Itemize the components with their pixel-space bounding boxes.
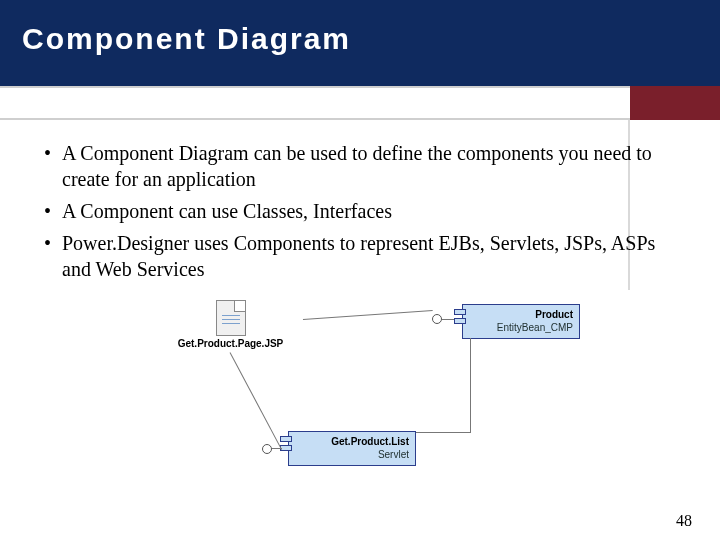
connector bbox=[416, 432, 471, 433]
servlet-stereotype: Servlet bbox=[295, 449, 409, 462]
component-lugs-icon bbox=[454, 309, 463, 327]
connector bbox=[230, 352, 283, 450]
servlet-node: Get.Product.List Servlet bbox=[288, 431, 416, 466]
slide-title: Component Diagram bbox=[22, 22, 351, 56]
component-box: Get.Product.List Servlet bbox=[288, 431, 416, 466]
slide: Component Diagram A Component Diagram ca… bbox=[0, 0, 720, 540]
product-stereotype: EntityBean_CMP bbox=[469, 322, 573, 335]
connector bbox=[470, 338, 471, 432]
bullet-list: A Component Diagram can be used to defin… bbox=[40, 140, 670, 288]
jsp-node: Get.Product.Page.JSP bbox=[158, 300, 303, 349]
bullet-item: A Component can use Classes, Interfaces bbox=[40, 198, 670, 224]
bullet-item: A Component Diagram can be used to defin… bbox=[40, 140, 670, 192]
jsp-label: Get.Product.Page.JSP bbox=[158, 338, 303, 349]
product-node: Product EntityBean_CMP bbox=[462, 304, 580, 339]
connector bbox=[442, 319, 454, 320]
product-title: Product bbox=[469, 309, 573, 322]
connector bbox=[303, 310, 433, 320]
interface-ball-icon bbox=[432, 314, 442, 324]
servlet-title: Get.Product.List bbox=[295, 436, 409, 449]
component-box: Product EntityBean_CMP bbox=[462, 304, 580, 339]
divider-stripe bbox=[0, 86, 720, 120]
component-lugs-icon bbox=[280, 436, 289, 454]
interface-ball-icon bbox=[262, 444, 272, 454]
bullet-item: Power.Designer uses Components to repres… bbox=[40, 230, 670, 282]
accent-block bbox=[630, 86, 720, 120]
page-number: 48 bbox=[676, 512, 692, 530]
component-diagram: Get.Product.Page.JSP Product EntityBean_… bbox=[150, 300, 580, 480]
page-icon bbox=[216, 300, 246, 336]
